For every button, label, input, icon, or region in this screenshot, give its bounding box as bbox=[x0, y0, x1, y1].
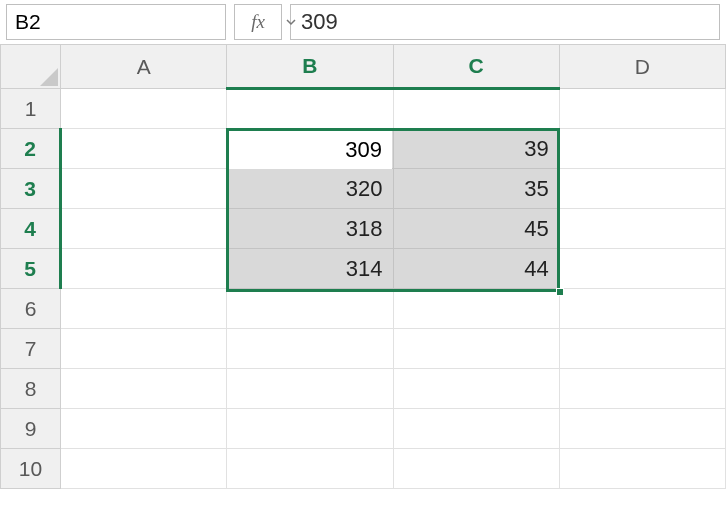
formula-input-container[interactable] bbox=[290, 4, 720, 40]
row-header-7[interactable]: 7 bbox=[1, 329, 61, 369]
cell-A10[interactable] bbox=[61, 449, 227, 489]
cell-D7[interactable] bbox=[559, 329, 725, 369]
cell-A6[interactable] bbox=[61, 289, 227, 329]
spreadsheet-grid[interactable]: A B C D 1 2 309 39 3 bbox=[0, 44, 726, 489]
cell-D10[interactable] bbox=[559, 449, 725, 489]
cell-D4[interactable] bbox=[559, 209, 725, 249]
cell-C9[interactable] bbox=[393, 409, 559, 449]
cell-D1[interactable] bbox=[559, 89, 725, 129]
row-header-4[interactable]: 4 bbox=[1, 209, 61, 249]
cell-B5[interactable]: 314 bbox=[227, 249, 393, 289]
cell-C7[interactable] bbox=[393, 329, 559, 369]
cell-A4[interactable] bbox=[61, 209, 227, 249]
row-header-6[interactable]: 6 bbox=[1, 289, 61, 329]
formula-bar: fx bbox=[0, 0, 726, 44]
cell-B10[interactable] bbox=[227, 449, 393, 489]
cell-B6[interactable] bbox=[227, 289, 393, 329]
name-box-dropdown-icon[interactable] bbox=[285, 5, 297, 39]
cell-C10[interactable] bbox=[393, 449, 559, 489]
cell-D9[interactable] bbox=[559, 409, 725, 449]
cell-B7[interactable] bbox=[227, 329, 393, 369]
column-header-D[interactable]: D bbox=[559, 45, 725, 89]
cell-B9[interactable] bbox=[227, 409, 393, 449]
cell-C1[interactable] bbox=[393, 89, 559, 129]
name-box-input[interactable] bbox=[7, 10, 285, 34]
column-header-B[interactable]: B bbox=[227, 45, 393, 89]
cell-D5[interactable] bbox=[559, 249, 725, 289]
formula-input[interactable] bbox=[299, 8, 711, 36]
cell-A7[interactable] bbox=[61, 329, 227, 369]
row-header-1[interactable]: 1 bbox=[1, 89, 61, 129]
fill-handle[interactable] bbox=[556, 288, 564, 296]
row-header-8[interactable]: 8 bbox=[1, 369, 61, 409]
cell-C6[interactable] bbox=[393, 289, 559, 329]
cell-A1[interactable] bbox=[61, 89, 227, 129]
cell-C3[interactable]: 35 bbox=[393, 169, 559, 209]
row-header-2[interactable]: 2 bbox=[1, 129, 61, 169]
cell-B1[interactable] bbox=[227, 89, 393, 129]
column-header-A[interactable]: A bbox=[61, 45, 227, 89]
row-header-10[interactable]: 10 bbox=[1, 449, 61, 489]
row-header-9[interactable]: 9 bbox=[1, 409, 61, 449]
cell-D3[interactable] bbox=[559, 169, 725, 209]
cell-B4[interactable]: 318 bbox=[227, 209, 393, 249]
cell-A9[interactable] bbox=[61, 409, 227, 449]
cell-B2[interactable]: 309 bbox=[227, 129, 393, 169]
cell-C2[interactable]: 39 bbox=[393, 129, 559, 169]
cell-C4[interactable]: 45 bbox=[393, 209, 559, 249]
cell-B3[interactable]: 320 bbox=[227, 169, 393, 209]
row-header-3[interactable]: 3 bbox=[1, 169, 61, 209]
cell-D8[interactable] bbox=[559, 369, 725, 409]
column-header-C[interactable]: C bbox=[393, 45, 559, 89]
cell-A2[interactable] bbox=[61, 129, 227, 169]
cell-A8[interactable] bbox=[61, 369, 227, 409]
cell-B8[interactable] bbox=[227, 369, 393, 409]
name-box[interactable] bbox=[6, 4, 226, 40]
cell-D2[interactable] bbox=[559, 129, 725, 169]
cell-D6[interactable] bbox=[559, 289, 725, 329]
select-all-corner[interactable] bbox=[1, 45, 61, 89]
row-header-5[interactable]: 5 bbox=[1, 249, 61, 289]
cell-C8[interactable] bbox=[393, 369, 559, 409]
cell-A3[interactable] bbox=[61, 169, 227, 209]
cell-A5[interactable] bbox=[61, 249, 227, 289]
cell-C5[interactable]: 44 bbox=[393, 249, 559, 289]
